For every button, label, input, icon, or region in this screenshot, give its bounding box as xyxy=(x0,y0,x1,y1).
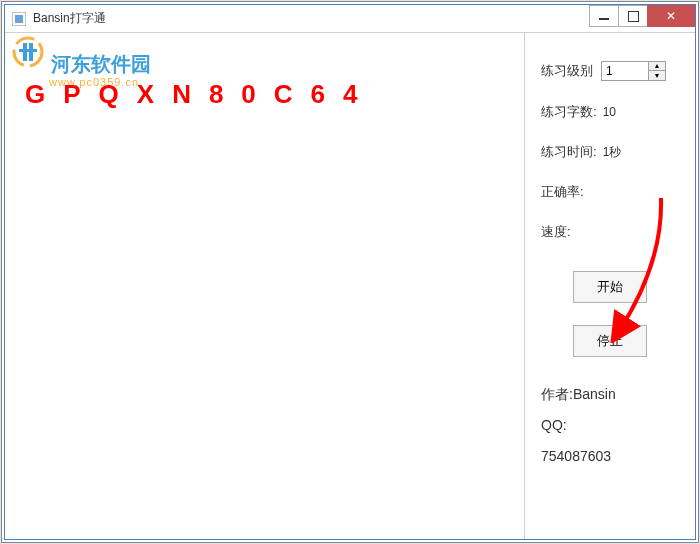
svg-point-2 xyxy=(14,38,42,66)
qq-label: QQ: xyxy=(541,410,679,441)
author-label: 作者: xyxy=(541,386,573,402)
window-controls xyxy=(590,5,695,27)
practice-display-text: GPQXN80C64 xyxy=(25,79,376,110)
app-icon xyxy=(11,11,27,27)
watermark-text: 河东软件园 xyxy=(51,53,151,75)
practice-area: 河东软件园 www.pc0359.cn GPQXN80C64 xyxy=(5,33,525,539)
time-label: 练习时间: xyxy=(541,143,597,161)
window-title: Bansin打字通 xyxy=(33,10,106,27)
author-info: 作者:Bansin QQ: 754087603 xyxy=(541,379,679,471)
svg-rect-3 xyxy=(23,43,27,61)
svg-rect-5 xyxy=(19,49,37,52)
author-name: Bansin xyxy=(573,386,616,402)
count-value: 10 xyxy=(603,105,616,119)
close-button[interactable] xyxy=(647,5,695,27)
titlebar[interactable]: Bansin打字通 xyxy=(5,5,695,33)
svg-rect-4 xyxy=(29,43,33,61)
level-spinner-down[interactable]: ▼ xyxy=(649,71,665,80)
count-label: 练习字数: xyxy=(541,103,597,121)
app-window: Bansin打字通 河东软件 xyxy=(4,4,696,540)
level-row: 练习级别 ▲ ▼ xyxy=(541,61,679,81)
level-input[interactable] xyxy=(601,61,649,81)
speed-row: 速度: xyxy=(541,223,679,241)
content-area: 河东软件园 www.pc0359.cn GPQXN80C64 练习级别 ▲ ▼ xyxy=(5,33,695,539)
count-row: 练习字数: 10 xyxy=(541,103,679,121)
start-button[interactable]: 开始 xyxy=(573,271,647,303)
time-row: 练习时间: 1秒 xyxy=(541,143,679,161)
level-spinner: ▲ ▼ xyxy=(649,61,666,81)
sidebar: 练习级别 ▲ ▼ 练习字数: 10 练习时间: 1秒 xyxy=(525,33,695,539)
accuracy-label: 正确率: xyxy=(541,183,584,201)
maximize-button[interactable] xyxy=(618,5,648,27)
level-label: 练习级别 xyxy=(541,62,593,80)
stop-button[interactable]: 停止 xyxy=(573,325,647,357)
time-value: 1秒 xyxy=(603,144,622,161)
minimize-button[interactable] xyxy=(589,5,619,27)
qq-number: 754087603 xyxy=(541,441,679,472)
svg-rect-1 xyxy=(15,15,23,23)
level-spinner-up[interactable]: ▲ xyxy=(649,62,665,71)
accuracy-row: 正确率: xyxy=(541,183,679,201)
speed-label: 速度: xyxy=(541,223,571,241)
